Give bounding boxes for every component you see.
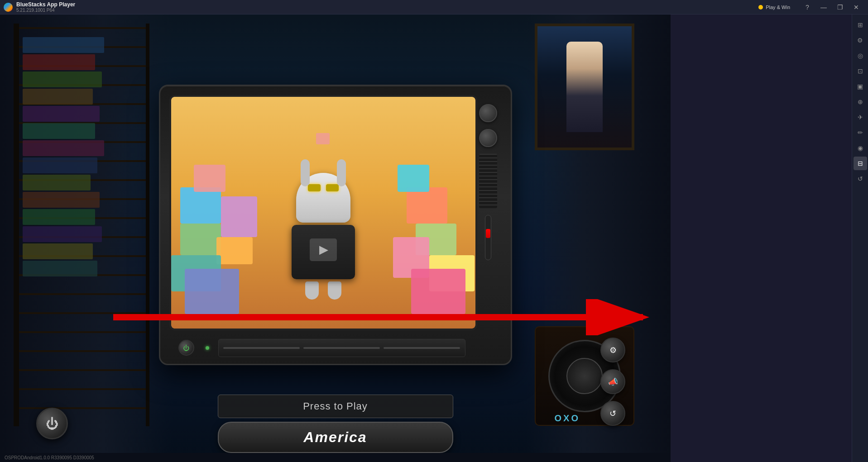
tv-container: ▶ [159,85,512,392]
tv-bottom-controls: ⏻ [169,332,475,364]
picture-figure [566,42,603,132]
play-win-label: Play & Win [766,5,790,10]
tv-screen-bezel: ▶ [169,95,477,330]
tv-slider[interactable] [485,215,491,260]
vhs-tape [23,175,91,191]
vhs-tape [23,89,93,105]
vhs-tape [23,209,95,225]
vhs-tape [23,261,97,276]
help-button[interactable]: ? [799,0,815,14]
robot-ear-right [337,159,346,186]
app-title-block: BlueStacks App Player 5.21.219.1001 P64 [16,1,758,13]
sidebar-btn-globe[interactable]: ◎ [854,49,867,62]
titlebar: BlueStacks App Player 5.21.219.1001 P64 … [0,0,868,14]
tv-body: ▶ [159,85,512,365]
vhs-tape [23,157,97,173]
svg-rect-6 [407,187,447,224]
power-icon: ⏻ [46,416,58,431]
cassette-line [303,347,380,349]
america-button[interactable]: America [218,422,453,453]
sidebar-btn-camera[interactable]: ⊡ [854,64,867,78]
robot-character: ▶ [283,173,364,272]
app-logo [4,3,13,12]
sidebar-btn-settings[interactable]: ⚙ [854,33,867,47]
tv-controls-right [477,95,499,330]
restore-button[interactable]: ❐ [832,0,848,14]
sidebar-btn-clock[interactable]: ↺ [854,172,867,186]
vhs-tape [23,37,104,53]
cassette-line [223,347,300,349]
app-name: BlueStacks App Player [16,1,75,8]
svg-rect-11 [316,133,330,144]
america-text: America [303,429,367,445]
status-text: OSPRODAndroid1.0.0 R3390095 D3390005 [5,455,94,460]
close-button[interactable]: ✕ [848,0,864,14]
round-buttons-panel: ⚙ 📣 ↺ [600,338,625,426]
tv-knob-2[interactable] [479,129,497,147]
vhs-tape [23,106,100,122]
status-bar: OSPRODAndroid1.0.0 R3390095 D3390005 [0,453,671,462]
tv-screen: ▶ [171,97,475,329]
tv-slider-thumb [486,229,490,238]
game-ui-bottom: Press to Play America [218,395,453,462]
svg-rect-13 [411,269,465,314]
svg-rect-0 [180,187,221,224]
sidebar-btn-gamepad[interactable]: ⊕ [854,95,867,109]
svg-rect-4 [216,237,253,264]
bookshelf-left [0,14,172,462]
robot-legs [283,281,364,300]
robot-leg-left [305,281,319,300]
right-decoration [526,14,671,462]
minimize-button[interactable]: — [815,0,832,14]
robot-ears [301,159,346,186]
robot-ear-left [301,159,310,186]
app-version: 5.21.219.1001 P64 [16,8,758,13]
vhs-tape [23,123,95,139]
sidebar-btn-screenshot[interactable]: ▣ [854,80,867,93]
vhs-tape [23,54,95,70]
press-to-play-bar[interactable]: Press to Play [218,395,453,418]
vhs-tape [23,226,102,242]
vhs-tape [23,140,104,156]
robot-logo: ▶ [310,238,337,261]
vhs-tape [23,71,102,87]
picture-frame [535,24,634,150]
sidebar-btn-user[interactable]: ◉ [854,141,867,155]
sidebar-btn-layers[interactable]: ⊟ [854,157,867,170]
robot-head [296,173,350,223]
svg-rect-8 [398,165,429,192]
sync-round-button[interactable]: ↺ [600,401,625,426]
svg-rect-3 [221,196,257,237]
main-content: ▶ [0,14,671,462]
robot-body: ▶ [292,225,355,279]
tv-power-led [206,346,209,350]
press-to-play-text: Press to Play [303,400,368,412]
game-scene: ▶ [171,97,475,329]
sidebar: ⊞ ⚙ ◎ ⊡ ▣ ⊕ ✈ ✏ ◉ ⊟ ↺ [852,14,868,462]
sidebar-btn-home[interactable]: ⊞ [854,18,867,32]
tv-vent [479,154,497,208]
cassette-line [384,347,460,349]
speaker-inner [566,358,603,394]
vhs-tape [23,243,93,259]
game-background: ▶ [0,14,671,462]
play-win-dot [758,5,763,10]
vhs-stack [23,37,131,354]
robot-leg-right [328,281,341,300]
gear-round-button[interactable]: ⚙ [600,338,625,362]
sidebar-btn-edit[interactable]: ✏ [854,126,867,139]
play-win-badge[interactable]: Play & Win [758,5,790,10]
vhs-tape [23,192,100,208]
megaphone-round-button[interactable]: 📣 [600,369,625,394]
svg-rect-2 [194,165,225,192]
svg-rect-1 [180,224,221,255]
tv-cassette-slot [218,339,465,357]
power-button-overlay[interactable]: ⏻ [36,408,68,439]
tv-power-button[interactable]: ⏻ [178,340,194,356]
tv-knob-1[interactable] [479,104,497,122]
oxo-text: OXO [555,413,580,424]
picture-content [537,26,632,148]
svg-rect-12 [185,269,239,314]
sidebar-btn-airplane[interactable]: ✈ [854,110,867,124]
